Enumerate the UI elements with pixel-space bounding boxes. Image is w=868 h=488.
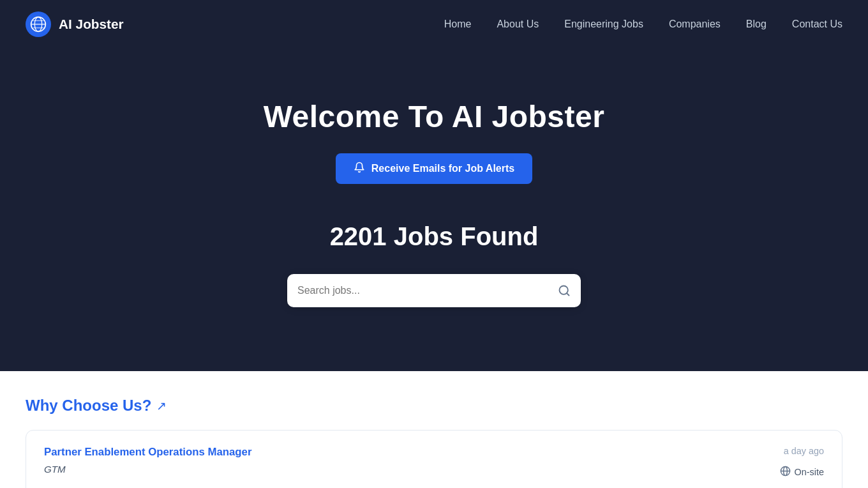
nav-contact[interactable]: Contact Us <box>792 19 842 30</box>
brand-logo-link[interactable]: AI Jobster <box>26 11 124 37</box>
jobs-list: Partner Enablement Operations Manager a … <box>0 430 868 488</box>
bell-icon <box>354 162 365 176</box>
nav-home[interactable]: Home <box>444 19 472 30</box>
nav-links: Home About Us Engineering Jobs Companies… <box>444 19 842 30</box>
content-area: Why Choose Us? ↗ Partner Enablement Oper… <box>0 371 868 488</box>
navbar: AI Jobster Home About Us Engineering Job… <box>0 0 868 48</box>
external-link-icon: ↗ <box>156 399 167 413</box>
job-card-header: Partner Enablement Operations Manager a … <box>44 446 824 459</box>
hero-section: Welcome To AI Jobster Receive Emails for… <box>0 48 868 371</box>
job-alerts-label: Receive Emails for Job Alerts <box>371 163 514 174</box>
globe-icon <box>780 466 791 478</box>
search-button[interactable] <box>558 284 571 297</box>
job-department: GTM <box>44 464 66 475</box>
job-alerts-button[interactable]: Receive Emails for Job Alerts <box>336 153 532 184</box>
job-title[interactable]: Partner Enablement Operations Manager <box>44 446 251 459</box>
jobs-count: 2201 Jobs Found <box>13 222 855 251</box>
brand-name: AI Jobster <box>59 17 124 32</box>
job-card: Partner Enablement Operations Manager a … <box>26 430 842 488</box>
job-remote-badge: On-site <box>780 466 824 478</box>
nav-about[interactable]: About Us <box>497 19 539 30</box>
job-card-mid: GTM On-site <box>44 464 824 480</box>
svg-line-6 <box>567 293 569 296</box>
hero-title: Welcome To AI Jobster <box>13 99 855 134</box>
nav-blog[interactable]: Blog <box>746 19 767 30</box>
section-title: Why Choose Us? <box>26 397 151 415</box>
search-input[interactable] <box>297 285 558 296</box>
brand-logo-icon <box>26 11 51 37</box>
search-bar <box>287 274 581 307</box>
nav-engineering-jobs[interactable]: Engineering Jobs <box>564 19 643 30</box>
nav-companies[interactable]: Companies <box>669 19 721 30</box>
remote-type-label: On-site <box>795 467 824 477</box>
job-time: a day ago <box>784 446 824 456</box>
section-title-row: Why Choose Us? ↗ <box>0 397 868 430</box>
